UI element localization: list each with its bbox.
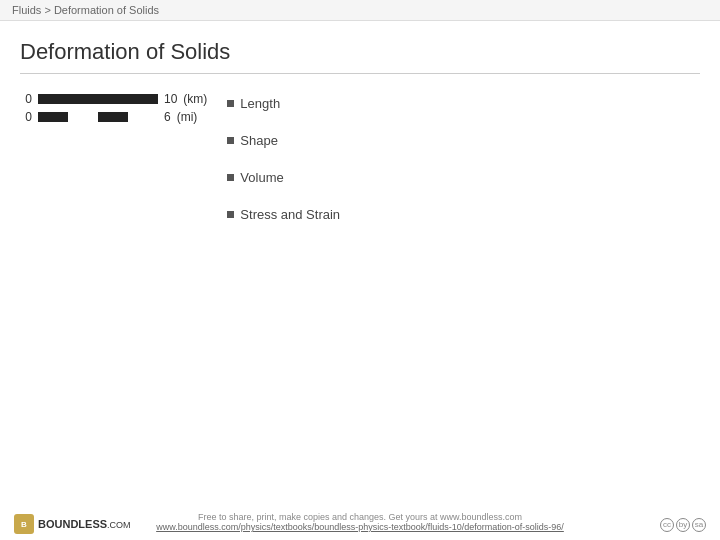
bullet-square-icon [227, 137, 234, 144]
bullet-text: Stress and Strain [240, 207, 340, 222]
scale-mi-left-number: 0 [20, 110, 32, 124]
scale-bar-km [38, 94, 158, 104]
cc-icon: cc [660, 518, 674, 532]
page-title: Deformation of Solids [20, 39, 700, 65]
scale-bar-mi [38, 112, 158, 122]
cc-by-icon: by [676, 518, 690, 532]
boundless-logo-icon: B [14, 514, 34, 534]
bullet-square-icon [227, 174, 234, 181]
list-item: Shape [227, 133, 340, 148]
cc-sa-icon: sa [692, 518, 706, 532]
footer-logo: B BOUNDLESS.COM [14, 514, 131, 534]
scale-km-unit: (km) [183, 92, 207, 106]
bullet-square-icon [227, 100, 234, 107]
scale-km-left-number: 0 [20, 92, 32, 106]
scale-row-km: 0 10 (km) [20, 92, 207, 106]
footer-url[interactable]: www.boundless.com/physics/textbooks/boun… [156, 522, 564, 532]
list-item: Stress and Strain [227, 207, 340, 222]
bullet-text: Volume [240, 170, 283, 185]
scale-mi-right-number: 6 [164, 110, 171, 124]
list-item: Length [227, 96, 340, 111]
breadcrumb-text: Fluids > Deformation of Solids [12, 4, 159, 16]
logo-text: BOUNDLESS.COM [38, 518, 131, 530]
scale-row-mi: 0 6 (mi) [20, 110, 207, 124]
title-divider [20, 73, 700, 74]
footer-cc-icons: cc by sa [660, 518, 706, 532]
list-item: Volume [227, 170, 340, 185]
bullet-text: Shape [240, 133, 278, 148]
bullet-list: LengthShapeVolumeStress and Strain [227, 96, 340, 244]
breadcrumb: Fluids > Deformation of Solids [0, 0, 720, 21]
scale-bars: 0 10 (km) 0 6 (mi) [20, 92, 207, 124]
scale-mi-unit: (mi) [177, 110, 198, 124]
scale-section: 0 10 (km) 0 6 (mi) LengthShapeVolumeStre… [20, 92, 700, 244]
main-content: Deformation of Solids 0 10 (km) 0 6 (mi)… [0, 21, 720, 274]
bullet-square-icon [227, 211, 234, 218]
scale-km-right-number: 10 [164, 92, 177, 106]
bullet-text: Length [240, 96, 280, 111]
